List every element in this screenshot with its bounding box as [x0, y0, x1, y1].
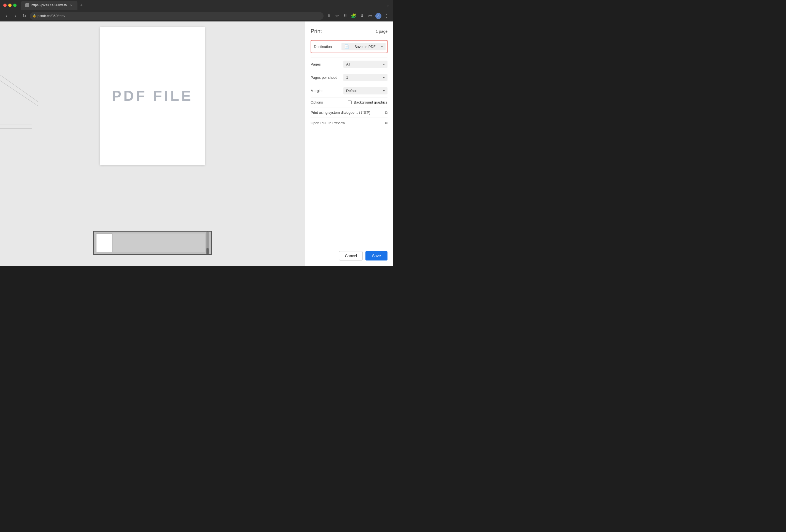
- forward-button[interactable]: ›: [12, 14, 19, 19]
- pages-value: All: [346, 62, 350, 66]
- more-menu-icon[interactable]: ⋮: [384, 13, 390, 19]
- pages-per-sheet-select[interactable]: 1 ▾: [343, 74, 388, 81]
- address-wrapper: 🔒: [30, 12, 324, 20]
- bookmark-icon[interactable]: ☆: [334, 13, 340, 19]
- button-row: Cancel Save: [310, 246, 388, 261]
- browser-chrome: https://pixair.ca/360/test/ ✕ + ⌄: [0, 0, 393, 10]
- pdf-document: PDF FILE: [100, 27, 205, 165]
- new-tab-button[interactable]: +: [78, 2, 84, 8]
- preview-area: PDF FILE: [0, 22, 305, 266]
- lock-icon: 🔒: [32, 14, 37, 18]
- background-graphics-checkbox[interactable]: [348, 100, 352, 104]
- pages-per-sheet-chevron-icon: ▾: [383, 76, 385, 79]
- system-dialogue-row[interactable]: Print using system dialogue… (⇧⌘P) ⧉: [310, 107, 388, 118]
- destination-select[interactable]: 📄 Save as PDF ▾: [342, 43, 386, 50]
- print-title: Print: [310, 28, 322, 34]
- print-panel: Print 1 page Destination 📄 Save as PDF ▾…: [305, 22, 393, 266]
- spacer: [310, 128, 388, 246]
- margins-chevron-icon: ▾: [383, 89, 385, 93]
- external-link-icon-1: ⧉: [385, 110, 388, 115]
- address-bar: ‹ › ↻ 🔒 ⬆ ☆ ⠿ 🧩 ⬇ ▭ A ⋮: [0, 10, 393, 22]
- pages-per-sheet-row: Pages per sheet 1 ▾: [310, 71, 388, 84]
- back-button[interactable]: ‹: [3, 14, 10, 19]
- open-pdf-row[interactable]: Open PDF in Preview ⧉: [310, 118, 388, 128]
- system-dialogue-link: Print using system dialogue… (⇧⌘P): [310, 111, 370, 115]
- pages-select[interactable]: All ▾: [343, 61, 388, 68]
- sidebar-icon[interactable]: ▭: [367, 13, 373, 19]
- margins-row: Margins Default ▾: [310, 84, 388, 97]
- print-header: Print 1 page: [310, 28, 388, 34]
- pages-per-sheet-label: Pages per sheet: [310, 75, 338, 79]
- external-link-icon-2: ⧉: [385, 121, 388, 125]
- pdf-file-icon: 📄: [344, 44, 349, 49]
- avatar[interactable]: A: [375, 13, 382, 19]
- pages-label: Pages: [310, 62, 338, 66]
- destination-value: Save as PDF: [354, 45, 376, 49]
- margins-label: Margins: [310, 89, 338, 93]
- thumbnail-strip: [93, 231, 212, 255]
- puzzle-icon[interactable]: 🧩: [351, 13, 356, 19]
- scrollbar-handle[interactable]: [206, 248, 209, 254]
- traffic-lights: [3, 4, 17, 7]
- address-input[interactable]: [30, 12, 324, 20]
- options-label: Options: [310, 100, 338, 104]
- toolbar-icons: ⬆ ☆ ⠿ 🧩 ⬇ ▭ A ⋮: [326, 13, 390, 19]
- open-pdf-link: Open PDF in Preview: [310, 121, 345, 125]
- minimize-button[interactable]: [8, 4, 11, 7]
- pages-row: Pages All ▾: [310, 57, 388, 71]
- extensions-icon[interactable]: ⠿: [342, 13, 348, 19]
- options-row: Options Background graphics: [310, 97, 388, 107]
- close-button[interactable]: [3, 4, 7, 7]
- margins-value: Default: [346, 89, 357, 93]
- destination-row: Destination 📄 Save as PDF ▾: [310, 40, 388, 53]
- thumbnail-page: [96, 234, 112, 252]
- download-icon[interactable]: ⬇: [359, 13, 365, 19]
- cancel-button[interactable]: Cancel: [339, 251, 363, 261]
- fullscreen-button[interactable]: [13, 4, 17, 7]
- margins-select[interactable]: Default ▾: [343, 87, 388, 94]
- svg-line-4: [0, 75, 38, 102]
- tab-close-button[interactable]: ✕: [69, 3, 73, 7]
- pages-chevron-icon: ▾: [383, 63, 385, 66]
- tab-title: https://pixair.ca/360/test/: [31, 3, 67, 7]
- tab-menu-button[interactable]: ⌄: [386, 3, 390, 7]
- tab-bar: https://pixair.ca/360/test/ ✕ + ⌄: [21, 1, 390, 10]
- active-tab[interactable]: https://pixair.ca/360/test/ ✕: [21, 1, 77, 10]
- pages-per-sheet-value: 1: [346, 75, 348, 79]
- pdf-preview-text: PDF FILE: [112, 88, 193, 104]
- svg-line-5: [0, 80, 38, 106]
- share-icon[interactable]: ⬆: [326, 13, 332, 19]
- reload-button[interactable]: ↻: [21, 13, 27, 19]
- save-button[interactable]: Save: [366, 251, 388, 261]
- main-content: PDF FILE Print 1 page Destination 📄 Save…: [0, 22, 393, 266]
- destination-label: Destination: [314, 45, 342, 49]
- thumbnail-spacer: [113, 234, 205, 252]
- thumbnail-scrollbar[interactable]: [206, 232, 209, 254]
- tab-favicon: [25, 3, 29, 7]
- print-page-count: 1 page: [376, 29, 388, 33]
- destination-chevron-icon: ▾: [381, 45, 383, 48]
- options-value: Background graphics: [348, 100, 388, 104]
- background-graphics-label: Background graphics: [354, 100, 388, 104]
